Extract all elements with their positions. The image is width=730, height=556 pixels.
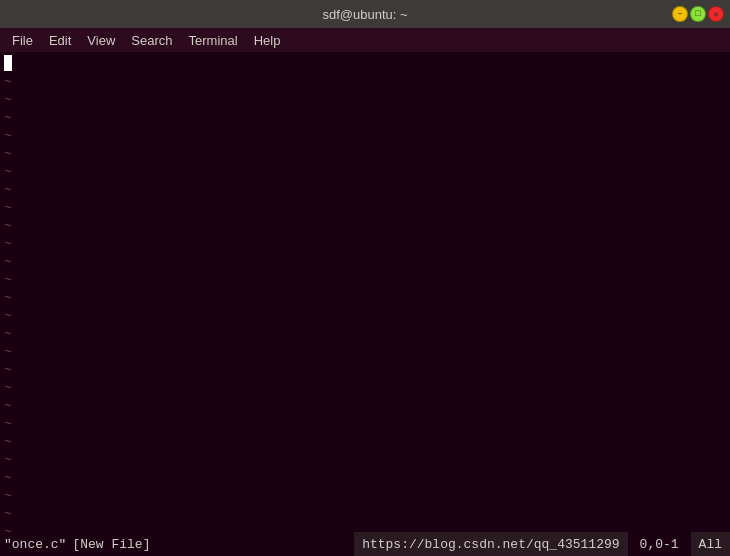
list-item: ~ — [0, 108, 730, 126]
menu-bar: File Edit View Search Terminal Help — [0, 28, 730, 52]
list-item: ~ — [0, 360, 730, 378]
tilde-char: ~ — [4, 92, 24, 107]
list-item: ~ — [0, 90, 730, 108]
list-item: ~ — [0, 468, 730, 486]
tilde-char: ~ — [4, 308, 24, 323]
list-item: ~ — [0, 162, 730, 180]
tilde-char: ~ — [4, 110, 24, 125]
terminal-area[interactable]: ~ ~ ~ ~ ~ ~ ~ ~ ~ ~ ~ ~ ~ ~ ~ ~ ~ ~ ~ ~ … — [0, 52, 730, 532]
tilde-char: ~ — [4, 74, 24, 89]
tilde-char: ~ — [4, 362, 24, 377]
tilde-char: ~ — [4, 128, 24, 143]
tilde-char: ~ — [4, 236, 24, 251]
tilde-char: ~ — [4, 182, 24, 197]
list-item: ~ — [0, 324, 730, 342]
tilde-char: ~ — [4, 398, 24, 413]
list-item: ~ — [0, 306, 730, 324]
list-item: ~ — [0, 486, 730, 504]
list-item: ~ — [0, 144, 730, 162]
list-item: ~ — [0, 198, 730, 216]
list-item: ~ — [0, 450, 730, 468]
close-button[interactable]: ✕ — [708, 6, 724, 22]
window-controls: – □ ✕ — [672, 6, 724, 22]
status-newfile: [New File] — [72, 537, 150, 552]
menu-view[interactable]: View — [79, 31, 123, 50]
list-item: ~ — [0, 414, 730, 432]
tilde-char: ~ — [4, 506, 24, 521]
tilde-char: ~ — [4, 344, 24, 359]
tilde-char: ~ — [4, 452, 24, 467]
tilde-char: ~ — [4, 200, 24, 215]
menu-edit[interactable]: Edit — [41, 31, 79, 50]
minimize-icon: – — [677, 9, 682, 19]
tilde-char: ~ — [4, 254, 24, 269]
list-item: ~ — [0, 288, 730, 306]
tilde-char: ~ — [4, 146, 24, 161]
list-item: ~ — [0, 342, 730, 360]
cursor — [4, 55, 12, 71]
maximize-icon: □ — [695, 9, 700, 19]
status-left: "once.c" [New File] — [0, 537, 354, 552]
tilde-char: ~ — [4, 290, 24, 305]
list-item: ~ — [0, 72, 730, 90]
list-item: ~ — [0, 432, 730, 450]
list-item: ~ — [0, 522, 730, 532]
maximize-button[interactable]: □ — [690, 6, 706, 22]
status-filename: "once.c" — [4, 537, 66, 552]
tilde-char: ~ — [4, 416, 24, 431]
menu-terminal[interactable]: Terminal — [181, 31, 246, 50]
list-item: ~ — [0, 378, 730, 396]
status-position: 0,0-1 — [628, 532, 691, 556]
tilde-char: ~ — [4, 272, 24, 287]
tilde-char: ~ — [4, 380, 24, 395]
tilde-char: ~ — [4, 488, 24, 503]
list-item: ~ — [0, 396, 730, 414]
list-item: ~ — [0, 216, 730, 234]
status-scroll: All — [691, 532, 730, 556]
tilde-char: ~ — [4, 524, 24, 533]
minimize-button[interactable]: – — [672, 6, 688, 22]
list-item: ~ — [0, 270, 730, 288]
menu-file[interactable]: File — [4, 31, 41, 50]
list-item: ~ — [0, 180, 730, 198]
list-item: ~ — [0, 126, 730, 144]
tilde-char: ~ — [4, 434, 24, 449]
close-icon: ✕ — [713, 9, 718, 20]
tilde-char: ~ — [4, 326, 24, 341]
menu-search[interactable]: Search — [123, 31, 180, 50]
tilde-char: ~ — [4, 470, 24, 485]
menu-help[interactable]: Help — [246, 31, 289, 50]
tilde-char: ~ — [4, 218, 24, 233]
status-right: https://blog.csdn.net/qq_43511299 0,0-1 … — [354, 532, 730, 556]
list-item: ~ — [0, 234, 730, 252]
tilde-char: ~ — [4, 164, 24, 179]
title-bar: sdf@ubuntu: ~ – □ ✕ — [0, 0, 730, 28]
cursor-line — [0, 54, 730, 72]
status-bar: "once.c" [New File] https://blog.csdn.ne… — [0, 532, 730, 556]
list-item: ~ — [0, 252, 730, 270]
status-url: https://blog.csdn.net/qq_43511299 — [354, 532, 627, 556]
window-title: sdf@ubuntu: ~ — [322, 7, 407, 22]
list-item: ~ — [0, 504, 730, 522]
